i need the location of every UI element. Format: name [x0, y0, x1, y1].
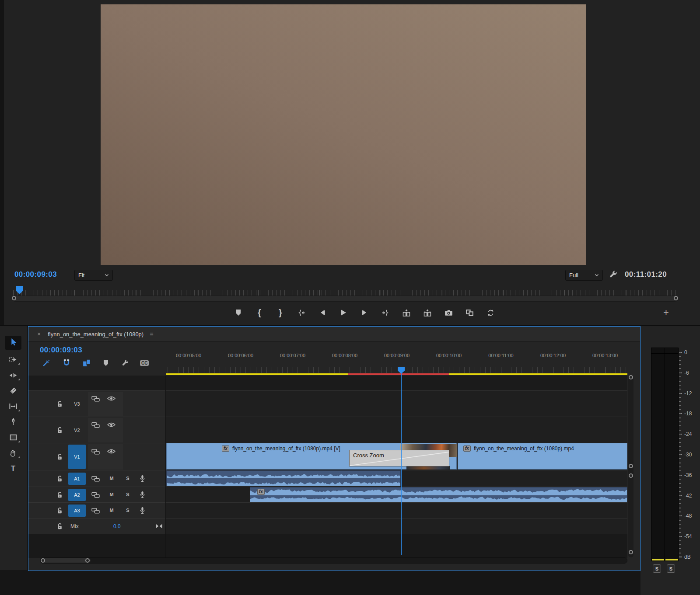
mute-button[interactable]: M	[108, 508, 115, 513]
meter-minor-tick	[679, 475, 681, 476]
fx-badge[interactable]: fx	[222, 445, 229, 452]
show-keyframes-icon[interactable]	[155, 523, 163, 529]
audio-clip-a2[interactable]: fx	[250, 487, 627, 502]
mark-in-button[interactable]: {	[255, 308, 264, 317]
track-lock-icon[interactable]	[56, 475, 63, 483]
type-tool-button[interactable]: T	[5, 462, 21, 476]
vscroll-handle[interactable]	[629, 473, 633, 478]
track-lock-icon[interactable]	[56, 400, 63, 408]
track-button-well	[88, 444, 123, 470]
solo-button[interactable]: S	[124, 476, 131, 481]
button-editor-button[interactable]: +	[663, 307, 669, 318]
go-to-in-button[interactable]	[297, 308, 306, 317]
track-target-button[interactable]: V3	[68, 398, 86, 410]
audio-level-meter	[651, 348, 679, 561]
monitor-settings-wrench-icon[interactable]	[609, 270, 618, 279]
track-target-button[interactable]: A1	[68, 473, 86, 485]
video-track-header: V2	[28, 417, 165, 443]
track-output-button[interactable]	[107, 396, 116, 401]
sync-lock-button[interactable]	[91, 492, 100, 498]
fx-badge[interactable]: fx	[257, 489, 265, 495]
sync-lock-button[interactable]	[91, 508, 100, 514]
slip-tool-button[interactable]	[5, 399, 21, 413]
track-output-button[interactable]	[107, 449, 116, 454]
fx-badge[interactable]: fx	[463, 445, 471, 452]
track-output-button[interactable]	[107, 422, 116, 428]
rectangle-tool-button[interactable]	[5, 430, 21, 444]
playback-resolution-select[interactable]: Full	[565, 270, 603, 281]
toggle-view-button[interactable]	[486, 308, 495, 317]
hscroll-handle-left[interactable]	[41, 558, 45, 563]
track-area-top-spacer	[28, 376, 627, 390]
meter-scale-label: -48	[684, 513, 692, 519]
track-target-button[interactable]: A2	[68, 489, 86, 501]
hscroll-zoom-region[interactable]	[41, 558, 91, 563]
meter-major-tick	[679, 557, 682, 557]
sync-lock-button[interactable]	[91, 449, 100, 455]
waveform	[250, 495, 627, 502]
mute-button[interactable]: M	[108, 476, 115, 481]
comparison-view-button[interactable]	[465, 308, 474, 317]
voiceover-record-button[interactable]	[139, 491, 146, 498]
zoom-level-select[interactable]: Fit	[74, 270, 113, 281]
hscroll-handle-right[interactable]	[85, 558, 90, 563]
sync-lock-button[interactable]	[91, 422, 100, 428]
extract-button[interactable]	[423, 308, 432, 317]
cross-zoom-transition[interactable]: Cross Zoom	[349, 450, 449, 466]
solo-button[interactable]: S	[124, 492, 131, 497]
meter-top-line	[651, 353, 678, 354]
meter-minor-tick	[679, 548, 681, 549]
mark-out-button[interactable]: }	[276, 308, 285, 317]
vscroll-handle[interactable]	[629, 375, 633, 379]
audio-clip-a1[interactable]	[166, 470, 401, 486]
mix-level-value[interactable]: 0.0	[113, 523, 121, 529]
track-lock-icon[interactable]	[56, 523, 63, 530]
voiceover-record-button[interactable]	[139, 475, 146, 482]
track-lock-icon[interactable]	[56, 491, 63, 499]
sync-lock-button[interactable]	[91, 476, 100, 482]
ripple-edit-tool-button[interactable]	[5, 368, 21, 382]
monitor-scrub-handle-right[interactable]	[674, 296, 678, 300]
track-lock-icon[interactable]	[56, 507, 63, 515]
hand-tool-button[interactable]	[5, 446, 21, 460]
monitor-scrub-ruler[interactable]	[13, 290, 676, 296]
sync-lock-button[interactable]	[91, 396, 100, 402]
play-button[interactable]	[339, 308, 348, 317]
voiceover-record-button[interactable]	[139, 507, 146, 514]
track-target-button[interactable]: A3	[68, 505, 86, 517]
meter-minor-tick	[679, 401, 681, 402]
track-lock-icon[interactable]	[56, 427, 63, 434]
selection-tool-button[interactable]	[5, 336, 21, 350]
meter-minor-tick	[679, 442, 681, 443]
go-to-out-button[interactable]	[381, 308, 390, 317]
monitor-scrub-bar[interactable]	[12, 296, 678, 302]
meter-minor-tick	[679, 487, 681, 488]
video-clip-right[interactable]: fx flynn_on_the_meaning_of_ftx (1080p).m…	[458, 443, 627, 470]
track-target-button[interactable]: V1	[68, 445, 86, 469]
horizontal-scrollbar[interactable]	[40, 557, 627, 564]
meter-minor-tick	[679, 454, 681, 455]
vscroll-handle[interactable]	[629, 550, 633, 554]
step-back-button[interactable]	[318, 308, 327, 317]
timeline-playhead-line[interactable]	[401, 368, 402, 555]
solo-left-button[interactable]: S	[653, 564, 661, 573]
export-frame-button[interactable]	[444, 308, 453, 317]
solo-right-button[interactable]: S	[667, 564, 675, 573]
add-marker-button[interactable]	[234, 308, 243, 317]
solo-button[interactable]: S	[124, 508, 131, 513]
track-lock-icon[interactable]	[56, 453, 63, 461]
vscroll-handle[interactable]	[629, 464, 633, 468]
meter-minor-tick	[679, 381, 681, 382]
meter-minor-tick	[679, 385, 681, 386]
razor-tool-button[interactable]	[5, 383, 21, 397]
step-forward-button[interactable]	[360, 308, 369, 317]
mute-button[interactable]: M	[108, 492, 115, 497]
track-select-forward-tool-button[interactable]	[5, 352, 21, 366]
meter-minor-tick	[679, 397, 681, 398]
lift-button[interactable]	[402, 308, 411, 317]
monitor-current-timecode[interactable]: 00:00:09:03	[14, 270, 57, 279]
pen-tool-button[interactable]	[5, 414, 21, 428]
monitor-scrub-handle-left[interactable]	[12, 296, 16, 300]
track-target-button[interactable]: V2	[68, 425, 86, 436]
meter-minor-tick	[679, 499, 681, 500]
